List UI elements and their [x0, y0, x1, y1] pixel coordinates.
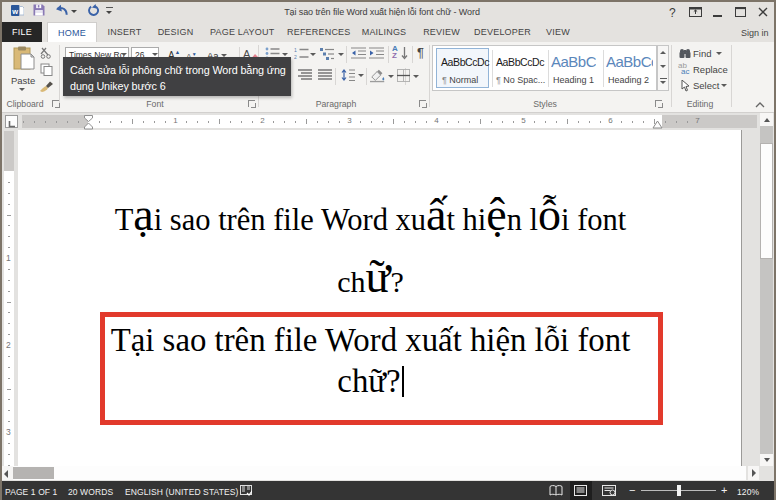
- svg-text:2: 2: [294, 54, 297, 60]
- svg-text:w: w: [11, 7, 18, 16]
- svg-text:1: 1: [294, 47, 297, 53]
